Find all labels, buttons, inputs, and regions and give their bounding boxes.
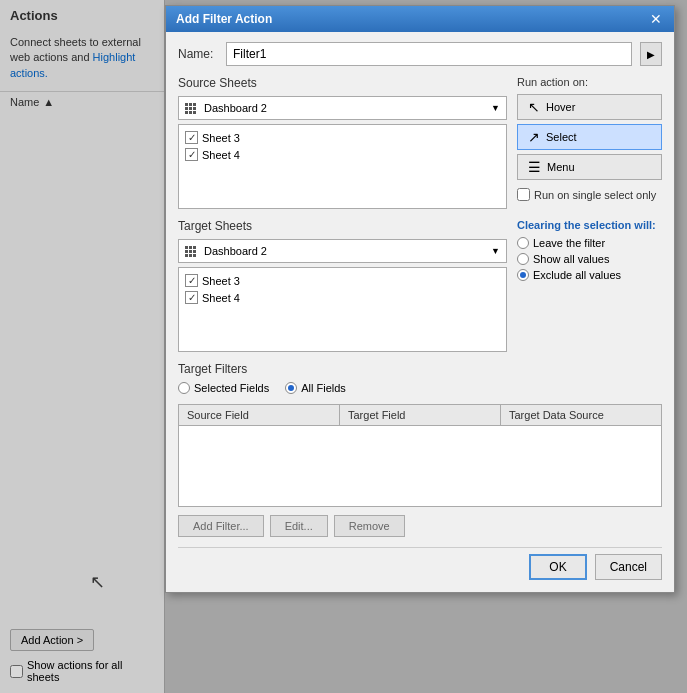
name-input[interactable] — [226, 42, 632, 66]
remove-button[interactable]: Remove — [334, 515, 405, 537]
select-label: Select — [546, 131, 577, 143]
dialog-titlebar: Add Filter Action ✕ — [166, 6, 674, 32]
hover-button[interactable]: ↖ Hover — [517, 94, 662, 120]
target-sheet3-checkbox[interactable]: ✓ — [185, 274, 198, 287]
target-dropdown-text: Dashboard 2 — [204, 245, 267, 257]
sheet4-checkbox[interactable]: ✓ — [185, 148, 198, 161]
grid-icon-target — [185, 246, 196, 257]
exclude-all-label: Exclude all values — [533, 269, 621, 281]
source-dropdown-text: Dashboard 2 — [204, 102, 267, 114]
dialog-body: Name: ▶ Source Sheets — [166, 32, 674, 592]
target-section: Target Sheets — [178, 219, 507, 352]
show-all-radio[interactable] — [517, 253, 529, 265]
target-filters-label: Target Filters — [178, 362, 662, 376]
leave-filter-label: Leave the filter — [533, 237, 605, 249]
sheet3-checkbox[interactable]: ✓ — [185, 131, 198, 144]
all-fields-option[interactable]: All Fields — [285, 382, 346, 394]
exclude-all-radio[interactable] — [517, 269, 529, 281]
list-item: ✓ Sheet 4 — [183, 146, 502, 163]
source-run-row: Source Sheets — [178, 76, 662, 209]
selected-fields-option[interactable]: Selected Fields — [178, 382, 269, 394]
show-all-values-option[interactable]: Show all values — [517, 253, 662, 265]
target-sheet-list: ✓ Sheet 3 ✓ Sheet 4 — [178, 267, 507, 352]
list-item: ✓ Sheet 3 — [183, 272, 502, 289]
dropdown-arrow-icon: ▼ — [491, 103, 500, 113]
menu-icon: ☰ — [528, 159, 541, 175]
target-sheet4-label: Sheet 4 — [202, 292, 240, 304]
close-button[interactable]: ✕ — [648, 12, 664, 26]
target-sheets-label: Target Sheets — [178, 219, 507, 233]
filter-table-body — [179, 426, 661, 506]
dialog-title: Add Filter Action — [176, 12, 272, 26]
add-filter-action-dialog: Add Filter Action ✕ Name: ▶ Source Sheet… — [165, 5, 675, 593]
filter-table-header: Source Field Target Field Target Data So… — [179, 405, 661, 426]
hover-icon: ↖ — [528, 99, 540, 115]
name-arrow-button[interactable]: ▶ — [640, 42, 662, 66]
source-dropdown[interactable]: Dashboard 2 ▼ — [178, 96, 507, 120]
target-sheet4-checkbox[interactable]: ✓ — [185, 291, 198, 304]
target-dropdown[interactable]: Dashboard 2 ▼ — [178, 239, 507, 263]
all-fields-radio[interactable] — [285, 382, 297, 394]
hover-label: Hover — [546, 101, 575, 113]
run-single-checkbox[interactable] — [517, 188, 530, 201]
target-dropdown-arrow-icon: ▼ — [491, 246, 500, 256]
filter-radio-row: Selected Fields All Fields — [178, 382, 662, 398]
list-item: ✓ Sheet 4 — [183, 289, 502, 306]
leave-filter-option[interactable]: Leave the filter — [517, 237, 662, 249]
source-field-header: Source Field — [179, 405, 340, 425]
dialog-footer: OK Cancel — [178, 547, 662, 582]
selected-fields-radio[interactable] — [178, 382, 190, 394]
run-single-check-row: Run on single select only — [517, 188, 662, 201]
exclude-all-option[interactable]: Exclude all values — [517, 269, 662, 281]
run-action-label: Run action on: — [517, 76, 662, 88]
target-datasource-header: Target Data Source — [501, 405, 661, 425]
filter-action-row: Add Filter... Edit... Remove — [178, 515, 662, 537]
run-action-section: Run action on: ↖ Hover ↗ Select ☰ Menu R… — [517, 76, 662, 209]
source-sheet-list: ✓ Sheet 3 ✓ Sheet 4 — [178, 124, 507, 209]
edit-button[interactable]: Edit... — [270, 515, 328, 537]
name-label: Name: — [178, 47, 218, 61]
menu-button[interactable]: ☰ Menu — [517, 154, 662, 180]
source-section: Source Sheets — [178, 76, 507, 209]
target-sheet3-label: Sheet 3 — [202, 275, 240, 287]
source-sheets-label: Source Sheets — [178, 76, 507, 90]
target-filters-section: Target Filters Selected Fields All Field… — [178, 362, 662, 507]
grid-icon-source — [185, 103, 196, 114]
cancel-button[interactable]: Cancel — [595, 554, 662, 580]
menu-label: Menu — [547, 161, 575, 173]
run-single-label: Run on single select only — [534, 189, 656, 201]
clearing-section: Clearing the selection will: Leave the f… — [517, 219, 662, 352]
name-row: Name: ▶ — [178, 42, 662, 66]
select-icon: ↗ — [528, 129, 540, 145]
sheet3-label: Sheet 3 — [202, 132, 240, 144]
filter-table: Source Field Target Field Target Data So… — [178, 404, 662, 507]
sheet4-label: Sheet 4 — [202, 149, 240, 161]
ok-button[interactable]: OK — [529, 554, 586, 580]
selected-fields-label: Selected Fields — [194, 382, 269, 394]
target-field-header: Target Field — [340, 405, 501, 425]
select-button[interactable]: ↗ Select — [517, 124, 662, 150]
clearing-label: Clearing the selection will: — [517, 219, 662, 231]
target-run-row: Target Sheets — [178, 219, 662, 352]
leave-filter-radio[interactable] — [517, 237, 529, 249]
list-item: ✓ Sheet 3 — [183, 129, 502, 146]
all-fields-label: All Fields — [301, 382, 346, 394]
add-filter-button[interactable]: Add Filter... — [178, 515, 264, 537]
show-all-values-label: Show all values — [533, 253, 609, 265]
